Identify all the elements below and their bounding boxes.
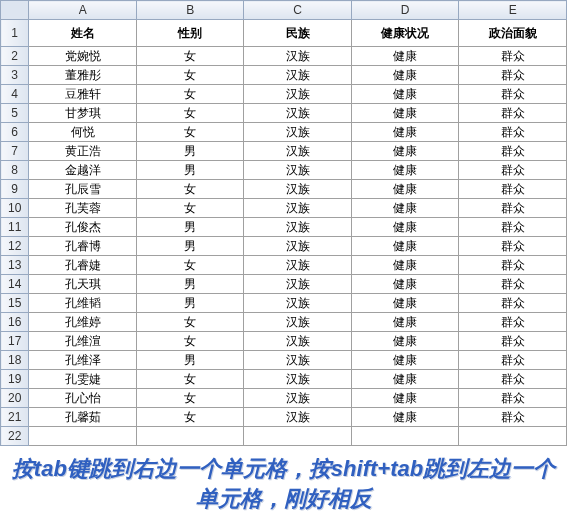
data-cell[interactable]: 健康 <box>351 370 459 389</box>
empty-cell[interactable] <box>244 427 352 446</box>
data-cell[interactable]: 男 <box>136 275 244 294</box>
data-cell[interactable]: 孔维韬 <box>29 294 137 313</box>
row-header-3[interactable]: 3 <box>1 66 29 85</box>
data-cell[interactable]: 群众 <box>459 199 567 218</box>
data-cell[interactable]: 汉族 <box>244 47 352 66</box>
data-cell[interactable]: 群众 <box>459 294 567 313</box>
data-cell[interactable]: 孔心怡 <box>29 389 137 408</box>
data-cell[interactable]: 汉族 <box>244 218 352 237</box>
data-cell[interactable]: 群众 <box>459 104 567 123</box>
data-cell[interactable]: 汉族 <box>244 66 352 85</box>
data-cell[interactable]: 女 <box>136 104 244 123</box>
data-cell[interactable]: 群众 <box>459 142 567 161</box>
data-cell[interactable]: 孔维渲 <box>29 332 137 351</box>
header-cell[interactable]: 民族 <box>244 20 352 47</box>
row-header-11[interactable]: 11 <box>1 218 29 237</box>
empty-cell[interactable] <box>351 427 459 446</box>
data-cell[interactable]: 女 <box>136 408 244 427</box>
data-cell[interactable]: 何悦 <box>29 123 137 142</box>
data-cell[interactable]: 女 <box>136 85 244 104</box>
data-cell[interactable]: 金越洋 <box>29 161 137 180</box>
row-header-22[interactable]: 22 <box>1 427 29 446</box>
data-cell[interactable]: 党婉悦 <box>29 47 137 66</box>
data-cell[interactable]: 健康 <box>351 47 459 66</box>
data-cell[interactable]: 健康 <box>351 104 459 123</box>
data-cell[interactable]: 健康 <box>351 142 459 161</box>
data-cell[interactable]: 群众 <box>459 66 567 85</box>
data-cell[interactable]: 女 <box>136 256 244 275</box>
data-cell[interactable]: 健康 <box>351 275 459 294</box>
data-cell[interactable]: 健康 <box>351 123 459 142</box>
data-cell[interactable]: 群众 <box>459 313 567 332</box>
data-cell[interactable]: 健康 <box>351 66 459 85</box>
data-cell[interactable]: 健康 <box>351 408 459 427</box>
data-cell[interactable]: 健康 <box>351 218 459 237</box>
data-cell[interactable]: 健康 <box>351 256 459 275</box>
data-cell[interactable]: 汉族 <box>244 256 352 275</box>
data-cell[interactable]: 豆雅轩 <box>29 85 137 104</box>
data-cell[interactable]: 孔睿博 <box>29 237 137 256</box>
data-cell[interactable]: 健康 <box>351 161 459 180</box>
data-cell[interactable]: 黄正浩 <box>29 142 137 161</box>
column-header-C[interactable]: C <box>244 1 352 20</box>
empty-cell[interactable] <box>459 427 567 446</box>
data-cell[interactable]: 男 <box>136 218 244 237</box>
data-cell[interactable]: 健康 <box>351 389 459 408</box>
data-cell[interactable]: 女 <box>136 180 244 199</box>
row-header-17[interactable]: 17 <box>1 332 29 351</box>
data-cell[interactable]: 孔芙蓉 <box>29 199 137 218</box>
data-cell[interactable]: 汉族 <box>244 313 352 332</box>
data-cell[interactable]: 孔睿婕 <box>29 256 137 275</box>
data-cell[interactable]: 孔辰雪 <box>29 180 137 199</box>
column-header-A[interactable]: A <box>29 1 137 20</box>
data-cell[interactable]: 孔天琪 <box>29 275 137 294</box>
row-header-15[interactable]: 15 <box>1 294 29 313</box>
data-cell[interactable]: 群众 <box>459 237 567 256</box>
row-header-9[interactable]: 9 <box>1 180 29 199</box>
row-header-4[interactable]: 4 <box>1 85 29 104</box>
data-cell[interactable]: 女 <box>136 199 244 218</box>
data-cell[interactable]: 男 <box>136 161 244 180</box>
empty-cell[interactable] <box>29 427 137 446</box>
data-cell[interactable]: 女 <box>136 370 244 389</box>
row-header-14[interactable]: 14 <box>1 275 29 294</box>
data-cell[interactable]: 男 <box>136 142 244 161</box>
row-header-18[interactable]: 18 <box>1 351 29 370</box>
data-cell[interactable]: 群众 <box>459 389 567 408</box>
row-header-19[interactable]: 19 <box>1 370 29 389</box>
data-cell[interactable]: 男 <box>136 237 244 256</box>
row-header-12[interactable]: 12 <box>1 237 29 256</box>
data-cell[interactable]: 汉族 <box>244 351 352 370</box>
column-header-D[interactable]: D <box>351 1 459 20</box>
data-cell[interactable]: 汉族 <box>244 123 352 142</box>
data-cell[interactable]: 健康 <box>351 180 459 199</box>
data-cell[interactable]: 群众 <box>459 161 567 180</box>
data-cell[interactable]: 汉族 <box>244 275 352 294</box>
data-cell[interactable]: 女 <box>136 47 244 66</box>
data-cell[interactable]: 群众 <box>459 85 567 104</box>
column-header-B[interactable]: B <box>136 1 244 20</box>
data-cell[interactable]: 群众 <box>459 370 567 389</box>
data-cell[interactable]: 汉族 <box>244 180 352 199</box>
row-header-8[interactable]: 8 <box>1 161 29 180</box>
data-cell[interactable]: 女 <box>136 66 244 85</box>
header-cell[interactable]: 姓名 <box>29 20 137 47</box>
data-cell[interactable]: 群众 <box>459 47 567 66</box>
spreadsheet-grid[interactable]: ABCDE1姓名性别民族健康状况政治面貌2党婉悦女汉族健康群众3董雅彤女汉族健康… <box>0 0 567 446</box>
empty-cell[interactable] <box>136 427 244 446</box>
data-cell[interactable]: 汉族 <box>244 389 352 408</box>
header-cell[interactable]: 性别 <box>136 20 244 47</box>
data-cell[interactable]: 健康 <box>351 351 459 370</box>
data-cell[interactable]: 群众 <box>459 351 567 370</box>
data-cell[interactable]: 群众 <box>459 256 567 275</box>
row-header-10[interactable]: 10 <box>1 199 29 218</box>
data-cell[interactable]: 汉族 <box>244 408 352 427</box>
row-header-7[interactable]: 7 <box>1 142 29 161</box>
data-cell[interactable]: 汉族 <box>244 104 352 123</box>
data-cell[interactable]: 孔馨茹 <box>29 408 137 427</box>
data-cell[interactable]: 汉族 <box>244 199 352 218</box>
data-cell[interactable]: 孔维泽 <box>29 351 137 370</box>
data-cell[interactable]: 甘梦琪 <box>29 104 137 123</box>
data-cell[interactable]: 汉族 <box>244 85 352 104</box>
data-cell[interactable]: 群众 <box>459 180 567 199</box>
